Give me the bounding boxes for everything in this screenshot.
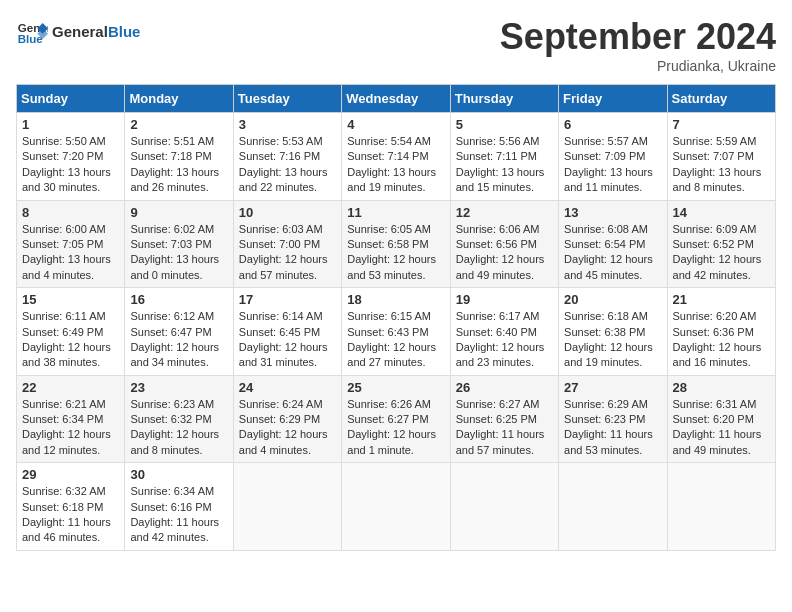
calendar-cell: 24Sunrise: 6:24 AMSunset: 6:29 PMDayligh… <box>233 375 341 463</box>
calendar-cell <box>667 463 775 551</box>
day-number: 19 <box>456 292 553 307</box>
calendar-cell: 7Sunrise: 5:59 AMSunset: 7:07 PMDaylight… <box>667 113 775 201</box>
weekday-header: Sunday <box>17 85 125 113</box>
calendar-cell: 21Sunrise: 6:20 AMSunset: 6:36 PMDayligh… <box>667 288 775 376</box>
day-detail: Sunrise: 5:53 AMSunset: 7:16 PMDaylight:… <box>239 134 336 196</box>
calendar-cell: 3Sunrise: 5:53 AMSunset: 7:16 PMDaylight… <box>233 113 341 201</box>
calendar-cell: 5Sunrise: 5:56 AMSunset: 7:11 PMDaylight… <box>450 113 558 201</box>
day-detail: Sunrise: 6:08 AMSunset: 6:54 PMDaylight:… <box>564 222 661 284</box>
day-detail: Sunrise: 6:20 AMSunset: 6:36 PMDaylight:… <box>673 309 770 371</box>
day-number: 21 <box>673 292 770 307</box>
day-number: 9 <box>130 205 227 220</box>
day-number: 4 <box>347 117 444 132</box>
day-number: 14 <box>673 205 770 220</box>
logo-text: GeneralBlue <box>52 23 140 41</box>
calendar-cell: 18Sunrise: 6:15 AMSunset: 6:43 PMDayligh… <box>342 288 450 376</box>
calendar-cell: 9Sunrise: 6:02 AMSunset: 7:03 PMDaylight… <box>125 200 233 288</box>
day-number: 26 <box>456 380 553 395</box>
day-number: 5 <box>456 117 553 132</box>
day-number: 18 <box>347 292 444 307</box>
day-detail: Sunrise: 5:57 AMSunset: 7:09 PMDaylight:… <box>564 134 661 196</box>
calendar-week-row: 15Sunrise: 6:11 AMSunset: 6:49 PMDayligh… <box>17 288 776 376</box>
day-number: 6 <box>564 117 661 132</box>
calendar-cell: 14Sunrise: 6:09 AMSunset: 6:52 PMDayligh… <box>667 200 775 288</box>
day-number: 17 <box>239 292 336 307</box>
calendar-cell: 4Sunrise: 5:54 AMSunset: 7:14 PMDaylight… <box>342 113 450 201</box>
calendar-cell: 30Sunrise: 6:34 AMSunset: 6:16 PMDayligh… <box>125 463 233 551</box>
calendar-cell: 22Sunrise: 6:21 AMSunset: 6:34 PMDayligh… <box>17 375 125 463</box>
day-detail: Sunrise: 6:00 AMSunset: 7:05 PMDaylight:… <box>22 222 119 284</box>
day-number: 2 <box>130 117 227 132</box>
calendar-cell: 1Sunrise: 5:50 AMSunset: 7:20 PMDaylight… <box>17 113 125 201</box>
calendar-cell: 29Sunrise: 6:32 AMSunset: 6:18 PMDayligh… <box>17 463 125 551</box>
calendar-cell <box>233 463 341 551</box>
day-detail: Sunrise: 6:17 AMSunset: 6:40 PMDaylight:… <box>456 309 553 371</box>
calendar-cell: 20Sunrise: 6:18 AMSunset: 6:38 PMDayligh… <box>559 288 667 376</box>
day-detail: Sunrise: 5:51 AMSunset: 7:18 PMDaylight:… <box>130 134 227 196</box>
calendar-cell: 11Sunrise: 6:05 AMSunset: 6:58 PMDayligh… <box>342 200 450 288</box>
day-number: 15 <box>22 292 119 307</box>
day-number: 16 <box>130 292 227 307</box>
calendar-week-row: 22Sunrise: 6:21 AMSunset: 6:34 PMDayligh… <box>17 375 776 463</box>
calendar-cell: 26Sunrise: 6:27 AMSunset: 6:25 PMDayligh… <box>450 375 558 463</box>
day-detail: Sunrise: 6:23 AMSunset: 6:32 PMDaylight:… <box>130 397 227 459</box>
calendar-cell: 15Sunrise: 6:11 AMSunset: 6:49 PMDayligh… <box>17 288 125 376</box>
day-detail: Sunrise: 6:18 AMSunset: 6:38 PMDaylight:… <box>564 309 661 371</box>
month-title: September 2024 <box>500 16 776 58</box>
weekday-header: Wednesday <box>342 85 450 113</box>
calendar-cell <box>559 463 667 551</box>
calendar-cell: 13Sunrise: 6:08 AMSunset: 6:54 PMDayligh… <box>559 200 667 288</box>
calendar-cell: 6Sunrise: 5:57 AMSunset: 7:09 PMDaylight… <box>559 113 667 201</box>
calendar-cell: 10Sunrise: 6:03 AMSunset: 7:00 PMDayligh… <box>233 200 341 288</box>
day-detail: Sunrise: 6:14 AMSunset: 6:45 PMDaylight:… <box>239 309 336 371</box>
page-header: General Blue GeneralBlue September 2024 … <box>16 16 776 74</box>
day-detail: Sunrise: 6:02 AMSunset: 7:03 PMDaylight:… <box>130 222 227 284</box>
day-detail: Sunrise: 6:24 AMSunset: 6:29 PMDaylight:… <box>239 397 336 459</box>
day-number: 23 <box>130 380 227 395</box>
calendar-week-row: 29Sunrise: 6:32 AMSunset: 6:18 PMDayligh… <box>17 463 776 551</box>
logo: General Blue GeneralBlue <box>16 16 140 48</box>
calendar-table: SundayMondayTuesdayWednesdayThursdayFrid… <box>16 84 776 551</box>
day-number: 30 <box>130 467 227 482</box>
calendar-cell <box>342 463 450 551</box>
day-number: 20 <box>564 292 661 307</box>
day-number: 1 <box>22 117 119 132</box>
calendar-cell: 25Sunrise: 6:26 AMSunset: 6:27 PMDayligh… <box>342 375 450 463</box>
day-number: 3 <box>239 117 336 132</box>
day-detail: Sunrise: 6:12 AMSunset: 6:47 PMDaylight:… <box>130 309 227 371</box>
weekday-header: Thursday <box>450 85 558 113</box>
day-number: 12 <box>456 205 553 220</box>
calendar-cell <box>450 463 558 551</box>
day-number: 8 <box>22 205 119 220</box>
day-number: 7 <box>673 117 770 132</box>
calendar-cell: 28Sunrise: 6:31 AMSunset: 6:20 PMDayligh… <box>667 375 775 463</box>
day-detail: Sunrise: 6:32 AMSunset: 6:18 PMDaylight:… <box>22 484 119 546</box>
day-number: 10 <box>239 205 336 220</box>
location-subtitle: Prudianka, Ukraine <box>500 58 776 74</box>
calendar-cell: 2Sunrise: 5:51 AMSunset: 7:18 PMDaylight… <box>125 113 233 201</box>
day-detail: Sunrise: 6:06 AMSunset: 6:56 PMDaylight:… <box>456 222 553 284</box>
calendar-week-row: 1Sunrise: 5:50 AMSunset: 7:20 PMDaylight… <box>17 113 776 201</box>
calendar-cell: 23Sunrise: 6:23 AMSunset: 6:32 PMDayligh… <box>125 375 233 463</box>
day-detail: Sunrise: 5:56 AMSunset: 7:11 PMDaylight:… <box>456 134 553 196</box>
day-detail: Sunrise: 6:09 AMSunset: 6:52 PMDaylight:… <box>673 222 770 284</box>
day-detail: Sunrise: 6:15 AMSunset: 6:43 PMDaylight:… <box>347 309 444 371</box>
calendar-cell: 27Sunrise: 6:29 AMSunset: 6:23 PMDayligh… <box>559 375 667 463</box>
calendar-cell: 17Sunrise: 6:14 AMSunset: 6:45 PMDayligh… <box>233 288 341 376</box>
weekday-header: Monday <box>125 85 233 113</box>
calendar-header-row: SundayMondayTuesdayWednesdayThursdayFrid… <box>17 85 776 113</box>
day-detail: Sunrise: 6:34 AMSunset: 6:16 PMDaylight:… <box>130 484 227 546</box>
calendar-cell: 8Sunrise: 6:00 AMSunset: 7:05 PMDaylight… <box>17 200 125 288</box>
day-detail: Sunrise: 6:26 AMSunset: 6:27 PMDaylight:… <box>347 397 444 459</box>
day-detail: Sunrise: 5:50 AMSunset: 7:20 PMDaylight:… <box>22 134 119 196</box>
weekday-header: Friday <box>559 85 667 113</box>
day-detail: Sunrise: 5:59 AMSunset: 7:07 PMDaylight:… <box>673 134 770 196</box>
day-detail: Sunrise: 6:27 AMSunset: 6:25 PMDaylight:… <box>456 397 553 459</box>
day-number: 11 <box>347 205 444 220</box>
day-number: 29 <box>22 467 119 482</box>
calendar-cell: 12Sunrise: 6:06 AMSunset: 6:56 PMDayligh… <box>450 200 558 288</box>
day-detail: Sunrise: 6:05 AMSunset: 6:58 PMDaylight:… <box>347 222 444 284</box>
weekday-header: Tuesday <box>233 85 341 113</box>
calendar-cell: 16Sunrise: 6:12 AMSunset: 6:47 PMDayligh… <box>125 288 233 376</box>
logo-icon: General Blue <box>16 16 48 48</box>
